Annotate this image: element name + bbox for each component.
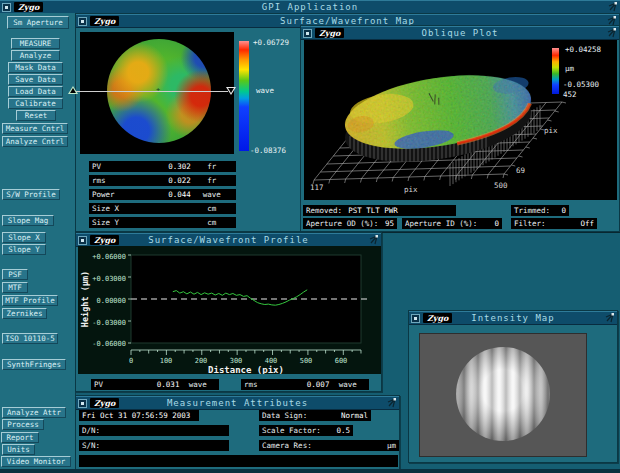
field-unit: µm — [387, 440, 396, 451]
sidebar-button-mask-data[interactable]: Mask Data — [8, 62, 63, 73]
ytick: -0.03000 — [92, 319, 126, 327]
stat-value — [143, 217, 191, 228]
sidebar-button-report[interactable]: Report — [1, 432, 39, 443]
window-surface-wavefront-profile: Zygo Surface/Wavefront Profile +0.06000 … — [75, 232, 382, 392]
oblique-titlebar: Zygo Oblique Plot — [301, 26, 619, 40]
sidebar-button-sm-aperture[interactable]: Sm Aperture — [7, 16, 69, 29]
oblique-colorbar-min: -0.05300 — [563, 80, 599, 89]
field-value: PST TLT PWR — [348, 205, 398, 216]
xtick: 400 — [265, 357, 278, 365]
sidebar-button-units[interactable]: Units — [2, 444, 35, 455]
x-axis-title: Distance (pix) — [208, 365, 284, 374]
profile-title: Surface/Wavefront Profile — [76, 235, 381, 245]
stat-label: Size Y — [92, 217, 143, 228]
window-pin-icon[interactable] — [368, 235, 378, 245]
field-value: Off — [580, 218, 594, 229]
xtick: 300 — [230, 357, 243, 365]
sidebar-button-analyze[interactable]: Analyze — [11, 50, 60, 61]
intensity-fringe-map — [456, 347, 550, 441]
trimmed-field[interactable]: Trimmed: 0 — [511, 205, 569, 216]
map-stat-pv: PV 0.302 fr — [89, 161, 236, 172]
stat-value: 0.302 — [143, 161, 191, 172]
slice-left-marker[interactable] — [68, 86, 78, 94]
sidebar-button-load-data[interactable]: Load Data — [8, 86, 63, 97]
sidebar-button-mtf-profile[interactable]: MTF Profile — [2, 295, 58, 306]
stat-value: 0.044 — [143, 189, 191, 200]
window-pin-icon[interactable] — [606, 28, 616, 38]
xtick: 600 — [335, 357, 348, 365]
ytick: +0.06000 — [92, 253, 126, 261]
stat-label: PV — [94, 379, 138, 390]
field-label: Removed: — [306, 205, 342, 216]
stat-value: 0.022 — [143, 175, 191, 186]
stat-unit: cm — [191, 217, 233, 228]
sidebar-button-sw-profile[interactable]: S/W Profile — [2, 189, 60, 200]
oblique-yaxis-label: pix — [544, 126, 558, 135]
stat-unit: fr — [191, 161, 233, 172]
field-label: Scale Factor: — [262, 425, 321, 436]
camera-res-field[interactable]: Camera Res: µm — [259, 440, 399, 451]
stat-unit: fr — [191, 175, 233, 186]
window-pin-icon[interactable] — [386, 398, 396, 408]
y-axis-title: Height (µm) — [80, 271, 90, 327]
profile-titlebar: Zygo Surface/Wavefront Profile — [76, 233, 381, 247]
sidebar-button-save-data[interactable]: Save Data — [8, 74, 63, 85]
intensity-panel — [419, 333, 587, 457]
sidebar-button-mtf[interactable]: MTF — [2, 282, 28, 293]
removed-field[interactable]: Removed: PST TLT PWR — [303, 205, 456, 216]
sidebar: Sm Aperture MEASURE Analyze Mask Data Sa… — [0, 13, 76, 473]
sidebar-button-process[interactable]: Process — [2, 419, 44, 430]
sidebar-button-analyze-cntrl[interactable]: Analyze Cntrl — [2, 136, 68, 147]
map-stat-size-x: Size X cm — [89, 203, 236, 214]
scale-factor-field[interactable]: Scale Factor: 0.5 — [259, 425, 353, 436]
field-value: 95 — [385, 218, 394, 229]
stat-label: rms — [244, 379, 288, 390]
field-label: S/N: — [82, 440, 100, 451]
stat-unit: cm — [191, 203, 233, 214]
xtick: 100 — [160, 357, 173, 365]
ytick: -0.06000 — [92, 340, 126, 348]
field-value: Normal — [341, 410, 368, 421]
slice-right-marker[interactable] — [226, 87, 236, 95]
oblique-colorbar — [552, 48, 559, 94]
map-colorbar-unit: wave — [256, 86, 274, 95]
data-sign-field[interactable]: Data Sign: Normal — [259, 410, 371, 421]
app-bottom-edge — [0, 469, 620, 473]
oblique-panel: +0.04258 µm -0.05300 452 117 pix 500 69 … — [304, 40, 617, 200]
sidebar-button-measure[interactable]: MEASURE — [11, 38, 60, 49]
xtick: 500 — [300, 357, 313, 365]
sidebar-button-slope-mag[interactable]: Slope Mag — [2, 215, 54, 226]
profile-stat-rms: rms 0.007 wave — [241, 379, 369, 390]
sidebar-button-slope-x[interactable]: Slope X — [2, 232, 46, 243]
stat-unit: wave — [329, 379, 366, 390]
sidebar-button-reset[interactable]: Reset — [16, 110, 56, 121]
profile-slice-line[interactable] — [72, 91, 228, 92]
sidebar-button-psf[interactable]: PSF — [2, 269, 28, 280]
window-pin-icon[interactable] — [607, 2, 617, 12]
aperture-od-field[interactable]: Aperture OD (%): 95 — [303, 218, 397, 229]
field-label: Camera Res: — [262, 440, 312, 451]
sidebar-button-analyze-attr[interactable]: Analyze Attr — [2, 407, 66, 418]
aperture-id-field[interactable]: Aperture ID (%): 0 — [402, 218, 502, 229]
measurement-date-field: Fri Oct 31 07:56:59 2003 — [79, 410, 199, 421]
sidebar-button-synthfringes[interactable]: SynthFringes — [2, 359, 66, 370]
sidebar-button-zernikes[interactable]: Zernikes — [2, 308, 47, 319]
window-pin-icon[interactable] — [604, 313, 614, 323]
ytick: +0.03000 — [92, 275, 126, 283]
attributes-titlebar: Zygo Measurement Attributes — [76, 396, 399, 410]
sidebar-button-slope-y[interactable]: Slope Y — [2, 244, 46, 255]
sidebar-button-measure-cntrl[interactable]: Measure Cntrl — [2, 123, 68, 134]
map-center-marker: + — [156, 86, 160, 94]
map-colorbar-max: +0.06729 — [253, 38, 289, 47]
sn-field[interactable]: S/N: — [79, 440, 229, 451]
stat-unit: wave — [179, 379, 216, 390]
sidebar-button-video-monitor[interactable]: Video Monitor — [1, 456, 71, 467]
filter-field[interactable]: Filter: Off — [511, 218, 597, 229]
stat-value: 0.007 — [288, 379, 330, 390]
sidebar-button-iso-10110-5[interactable]: ISO 10110-5 — [2, 333, 58, 344]
sidebar-button-calibrate[interactable]: Calibrate — [8, 98, 63, 109]
dn-field[interactable]: D/N: — [79, 425, 229, 436]
profile-panel: +0.06000 +0.03000 0.00000 -0.03000 -0.06… — [78, 246, 381, 374]
stat-label: Power — [92, 189, 143, 200]
comment-field[interactable] — [79, 455, 398, 467]
